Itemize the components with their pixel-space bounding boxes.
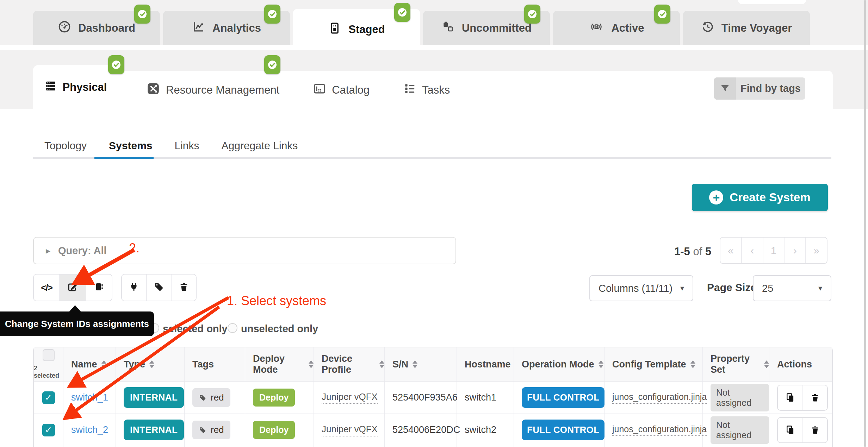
broadcast-icon bbox=[589, 20, 604, 36]
section-tabs-track bbox=[33, 157, 831, 159]
config-template-cell: junos_configuration.jinja bbox=[604, 414, 703, 446]
tab-label: Uncommitted bbox=[462, 22, 532, 34]
execute-cli-button[interactable]: </> bbox=[34, 275, 59, 301]
tab-links[interactable]: Links bbox=[175, 140, 199, 152]
property-set-cell: Not assigned bbox=[703, 414, 769, 446]
power-plug-button[interactable] bbox=[122, 275, 146, 301]
trash-icon bbox=[810, 393, 820, 403]
device-profile-link[interactable]: Juniper vQFX bbox=[322, 424, 378, 436]
hostname-cell: switch2 bbox=[457, 414, 514, 446]
radio-unselected-only-label[interactable]: unselected only bbox=[241, 323, 318, 335]
tab-systems[interactable]: Systems bbox=[109, 140, 152, 152]
first-page-button[interactable]: « bbox=[720, 238, 741, 263]
delete-system-button[interactable] bbox=[802, 385, 827, 410]
header-property-set[interactable]: Property Set bbox=[703, 347, 769, 382]
radio-selected-only-label[interactable]: selected only bbox=[163, 323, 228, 335]
caret-right-icon: ▸ bbox=[46, 245, 50, 256]
row-checkbox-checked[interactable]: ✓ bbox=[42, 424, 55, 436]
row-select-cell: ✓ bbox=[34, 382, 63, 414]
config-template-link[interactable]: junos_configuration.jinja bbox=[612, 424, 707, 436]
delete-systems-button[interactable] bbox=[171, 275, 196, 301]
apply-tags-button[interactable] bbox=[146, 275, 171, 301]
tab-label: Physical bbox=[63, 81, 107, 94]
deploy-mode-cell: Deploy bbox=[245, 414, 314, 446]
staged-document-icon bbox=[328, 21, 341, 38]
tab-tasks[interactable]: Tasks bbox=[403, 82, 450, 98]
tab-catalog[interactable]: Catalog bbox=[313, 82, 370, 98]
tab-resource-management[interactable]: Resource Management bbox=[146, 82, 279, 99]
pagination-of: of bbox=[693, 245, 702, 258]
tab-label: Tasks bbox=[422, 84, 450, 96]
deploy-mode-cell: Deploy bbox=[245, 382, 314, 414]
table-row-switch-2: ✓ switch_2 INTERNAL red Deploy Juniper v… bbox=[34, 414, 832, 446]
pagination-total: 5 bbox=[705, 245, 711, 258]
header-sn[interactable]: S/N bbox=[385, 347, 457, 382]
header-type[interactable]: Type bbox=[116, 347, 185, 382]
page-number-button[interactable]: 1 bbox=[763, 238, 784, 263]
tab-label: Active bbox=[611, 22, 644, 34]
clone-system-button[interactable] bbox=[778, 385, 802, 410]
row-select-cell: ✓ bbox=[34, 414, 63, 446]
create-system-button[interactable]: + Create System bbox=[692, 184, 828, 211]
prev-page-button[interactable]: ‹ bbox=[741, 238, 763, 263]
find-by-tags-button[interactable]: Find by tags bbox=[714, 77, 805, 100]
deploy-mode-badge: Deploy bbox=[253, 421, 295, 439]
tab-physical[interactable]: Physical bbox=[33, 65, 118, 109]
tag-icon bbox=[154, 282, 164, 294]
task-list-icon bbox=[403, 82, 416, 98]
code-icon: </> bbox=[41, 282, 52, 293]
systems-table: 2 selected Name Type Tags Deploy Mode De… bbox=[33, 347, 833, 447]
catalog-icon bbox=[313, 82, 326, 98]
sort-icon bbox=[309, 360, 314, 368]
analytics-chart-icon bbox=[192, 20, 205, 36]
delete-system-button[interactable] bbox=[802, 418, 827, 442]
config-template-link[interactable]: junos_configuration.jinja bbox=[612, 392, 707, 404]
header-device-profile[interactable]: Device Profile bbox=[314, 347, 385, 382]
header-operation-mode[interactable]: Operation Mode bbox=[514, 347, 604, 382]
columns-dropdown[interactable]: Columns (11/11) ▾ bbox=[589, 275, 693, 301]
header-config-template[interactable]: Config Template bbox=[604, 347, 703, 382]
name-cell: switch_2 bbox=[63, 414, 116, 446]
columns-dropdown-label: Columns (11/11) bbox=[599, 283, 672, 294]
manage-devices-button[interactable] bbox=[86, 275, 112, 301]
toolbar-group-actions bbox=[121, 274, 197, 301]
sort-icon bbox=[764, 360, 769, 368]
sn-cell: 525400F935A6 bbox=[385, 382, 457, 414]
header-name[interactable]: Name bbox=[63, 347, 116, 382]
query-builder[interactable]: ▸ Query: All bbox=[33, 237, 456, 264]
hostname-cell: switch1 bbox=[457, 382, 514, 414]
change-system-ids-button[interactable] bbox=[59, 275, 85, 301]
next-page-button[interactable]: › bbox=[784, 238, 805, 263]
caret-down-icon: ▾ bbox=[818, 284, 822, 293]
tab-label: Analytics bbox=[212, 22, 261, 34]
last-page-button[interactable]: » bbox=[805, 238, 827, 263]
select-all-checkbox[interactable] bbox=[43, 349, 55, 361]
device-profile-link[interactable]: Juniper vQFX bbox=[322, 391, 378, 404]
system-name-link[interactable]: switch_1 bbox=[71, 392, 108, 403]
tab-aggregate-links[interactable]: Aggregate Links bbox=[222, 140, 298, 152]
apstra-staged-systems-page: Dashboard Analytics Staged Uncommitted A… bbox=[0, 0, 868, 447]
trash-icon bbox=[179, 282, 189, 294]
vertical-scrollbar[interactable] bbox=[864, 0, 866, 447]
sort-icon bbox=[379, 360, 384, 368]
system-name-link[interactable]: switch_2 bbox=[71, 424, 108, 435]
tab-time-voyager[interactable]: Time Voyager bbox=[683, 11, 810, 45]
table-header-row: 2 selected Name Type Tags Deploy Mode De… bbox=[34, 347, 832, 382]
chip-icon bbox=[93, 281, 105, 294]
name-cell: switch_1 bbox=[63, 382, 116, 414]
clone-system-button[interactable] bbox=[778, 418, 802, 442]
tab-topology[interactable]: Topology bbox=[44, 140, 87, 152]
copy-icon bbox=[785, 392, 795, 403]
select-all-header-cell: 2 selected bbox=[34, 347, 63, 382]
header-deploy-mode[interactable]: Deploy Mode bbox=[245, 347, 314, 382]
selection-count: 2 selected bbox=[34, 365, 63, 379]
header-hostname[interactable]: Hostname bbox=[457, 347, 514, 382]
radio-unselected-only[interactable] bbox=[228, 323, 237, 333]
device-profile-cell: Juniper vQFX bbox=[314, 382, 385, 414]
sort-icon bbox=[690, 360, 695, 368]
page-size-value: 25 bbox=[762, 283, 773, 294]
sort-icon bbox=[149, 360, 154, 368]
type-badge: INTERNAL bbox=[124, 420, 184, 440]
page-size-select[interactable]: 25 ▾ bbox=[753, 275, 831, 301]
row-checkbox-checked[interactable]: ✓ bbox=[42, 391, 55, 404]
